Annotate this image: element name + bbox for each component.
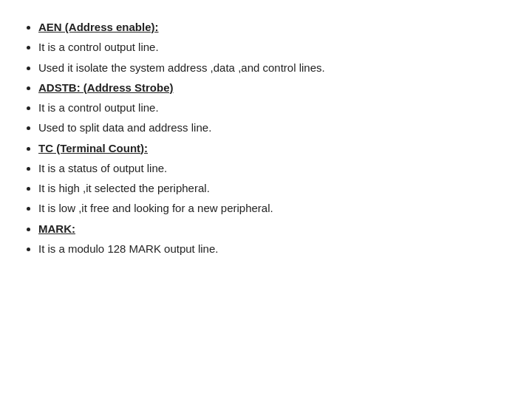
list-item-adstb-heading: ADSTB: (Address Strobe) — [38, 78, 508, 98]
list-item-adstb-line2: Used to split data and address line. — [38, 118, 508, 137]
list-item-aen-heading: AEN (Address enable): — [38, 18, 508, 37]
list-item-tc-heading: TC (Terminal Count): — [38, 139, 508, 158]
list-item-tc-line2: It is high ,it selected the peripheral. — [38, 179, 508, 198]
list-item-adstb-line1: It is a control output line. — [38, 98, 508, 117]
main-content: AEN (Address enable):It is a control out… — [18, 18, 508, 259]
list-item-aen-line1: It is a control output line. — [38, 38, 508, 57]
list-item-tc-line3: It is low ,it free and looking for a new… — [38, 199, 508, 218]
list-item-mark-heading: MARK: — [38, 219, 508, 239]
bullet-list: AEN (Address enable):It is a control out… — [18, 18, 508, 259]
list-item-mark-line1: It is a modulo 128 MARK output line. — [38, 239, 508, 259]
list-item-tc-line1: It is a status of output line. — [38, 159, 508, 178]
list-item-aen-line2: Used it isolate the system address ,data… — [38, 58, 508, 78]
